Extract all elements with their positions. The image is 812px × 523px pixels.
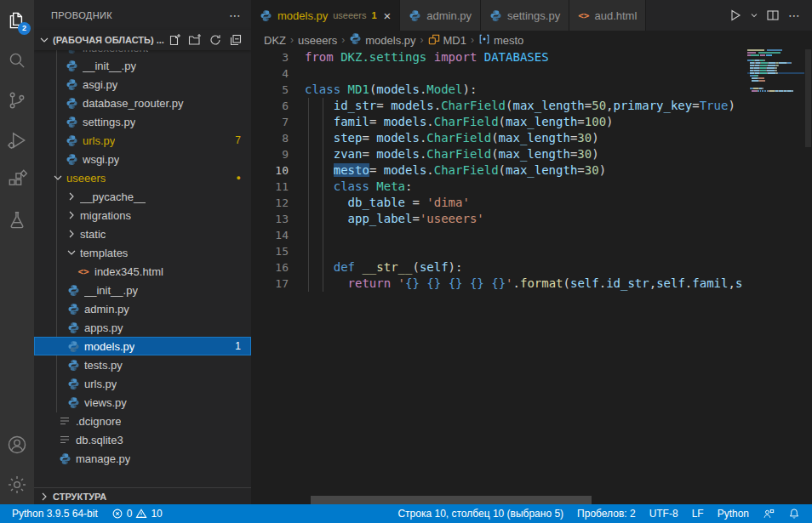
eol-status[interactable]: LF (685, 504, 711, 523)
activity-item-extensions[interactable] (0, 160, 34, 200)
code-line-5[interactable]: 5class MD1(models.Model): (251, 82, 747, 98)
tree-item-label: tests.py (84, 359, 123, 372)
tree-item-urls.py[interactable]: urls.py7 (34, 131, 251, 150)
tree-item-wsgi.py[interactable]: wsgi.py (34, 150, 251, 168)
code-line-17[interactable]: 17 return '{} {} {} {} {}'.format(self.i… (251, 276, 747, 292)
tree-item-useeers[interactable]: useeers● (34, 168, 251, 187)
code-line-12[interactable]: 12 db_table = 'dima' (251, 195, 747, 211)
tree-item-__pycache__[interactable]: __pycache__ (34, 187, 251, 206)
code-line-15[interactable]: 15 (251, 243, 747, 259)
language-mode-status[interactable]: Python (711, 504, 756, 523)
tree-item-label: __pycache__ (80, 190, 146, 203)
tree-item-tests.py[interactable]: tests.py (34, 355, 251, 374)
breadcrumb-item-DKZ[interactable]: DKZ (264, 34, 286, 47)
python-file-icon (409, 9, 421, 22)
breadcrumb-item-models.py[interactable]: models.py (349, 32, 415, 48)
breadcrumb-item-mesto[interactable]: mesto (478, 33, 523, 48)
refresh-icon[interactable] (209, 33, 222, 47)
feedback-button[interactable] (756, 504, 781, 523)
code-line-8[interactable]: 8 step= models.CharField(max_length=30) (251, 130, 747, 146)
code-line-16[interactable]: 16 def __str__(self): (251, 259, 747, 276)
outline-section-header[interactable]: СТРУКТУРА (34, 487, 251, 504)
workspace-section-header[interactable]: (РАБОЧАЯ ОБЛАСТЬ) ... (34, 30, 251, 50)
tree-item-templates[interactable]: templates (34, 243, 251, 262)
code-line-3[interactable]: 3from DKZ.settings import DATABASES (251, 49, 747, 65)
tree-item-settings.py[interactable]: settings.py (34, 112, 251, 131)
code-token: app_label (348, 212, 413, 225)
problems-badge: 7 (235, 134, 241, 146)
more-actions-button[interactable]: ⋯ (785, 7, 803, 24)
activity-item-testing[interactable] (0, 200, 34, 240)
code-line-9[interactable]: 9 zvan= models.CharField(max_length=30) (251, 146, 747, 162)
horizontal-scrollbar[interactable] (251, 496, 804, 504)
tree-item-.dcignore[interactable]: .dcignore (34, 412, 251, 430)
tree-item-models.py[interactable]: models.py1 (34, 337, 251, 355)
activity-item-account[interactable] (0, 424, 34, 464)
line-number: 17 (251, 276, 289, 292)
code-token: CharField (426, 131, 491, 145)
horizontal-scrollbar-thumb[interactable] (311, 496, 592, 504)
python-interpreter-status[interactable]: Python 3.9.5 64-bit (5, 504, 105, 523)
tree-item-database_roouter.py[interactable]: database_roouter.py (34, 94, 251, 112)
vertical-scrollbar-thumb[interactable] (805, 49, 811, 147)
minimap[interactable] (747, 49, 804, 504)
tab-models.py[interactable]: models.pyuseeers1× (251, 0, 400, 31)
split-editor-button[interactable] (764, 7, 781, 24)
activity-item-search[interactable] (0, 40, 34, 80)
code-editor[interactable]: 3from DKZ.settings import DATABASES45cla… (251, 49, 812, 504)
code-token: = (577, 163, 584, 177)
activity-item-run-debug[interactable] (0, 120, 34, 160)
tree-item-manage.py[interactable]: manage.py (34, 449, 251, 468)
run-button[interactable] (727, 7, 744, 24)
tree-item-migrations[interactable]: migrations (34, 206, 251, 225)
code-line-7[interactable]: 7 famil= models.CharField(max_length=100… (251, 114, 747, 130)
code-token: {} (449, 276, 463, 290)
sidebar-more-actions-icon[interactable]: ⋯ (229, 9, 241, 22)
code-line-14[interactable]: 14 (251, 227, 747, 243)
code-token: import (434, 50, 477, 64)
close-icon[interactable]: × (384, 9, 392, 22)
tree-item-__init__.py[interactable]: __init__.py (34, 281, 251, 299)
tree-item-urls.py[interactable]: urls.py (34, 374, 251, 393)
code-token (462, 276, 469, 290)
code-line-13[interactable]: 13 app_label='useeers' (251, 211, 747, 227)
activity-item-settings[interactable] (0, 464, 34, 504)
vertical-scrollbar[interactable] (804, 49, 812, 504)
breadcrumb-item-MD1[interactable]: MD1 (428, 33, 466, 48)
notifications-button[interactable] (781, 504, 807, 523)
tree-item-asgi.py[interactable]: asgi.py (34, 75, 251, 94)
line-number: 12 (251, 195, 289, 211)
activity-bar: 2 (0, 0, 34, 504)
tab-aud.html[interactable]: <>aud.html (569, 0, 646, 31)
code-area[interactable]: 3from DKZ.settings import DATABASES45cla… (251, 49, 747, 504)
encoding-status[interactable]: UTF-8 (643, 504, 685, 523)
cursor-position-status[interactable]: Строка 10, столбец 10 (выбрано 5) (391, 504, 570, 523)
code-line-10[interactable]: 10 mesto= models.CharField(max_length=30… (251, 162, 747, 179)
tree-item-apps.py[interactable]: apps.py (34, 318, 251, 337)
minimap-line (747, 82, 804, 84)
tree-item-indexelement[interactable]: indexelement (34, 50, 251, 56)
code-line-4[interactable]: 4 (251, 65, 747, 82)
tree-item-label: migrations (80, 209, 131, 222)
tree-item-db.sqlite3[interactable]: db.sqlite3 (34, 430, 251, 449)
tab-admin.py[interactable]: admin.py (400, 0, 481, 31)
code-token: 30 (585, 163, 599, 177)
code-line-6[interactable]: 6 id_str= models.CharField(max_length=50… (251, 98, 747, 114)
tab-settings.py[interactable]: settings.py (481, 0, 569, 31)
tree-item-__init__.py[interactable]: __init__.py (34, 56, 251, 75)
tree-item-views.py[interactable]: views.py (34, 393, 251, 412)
breadcrumb-item-useeers[interactable]: useeers (298, 34, 337, 47)
tab-label: settings.py (507, 9, 560, 22)
activity-item-source-control[interactable] (0, 80, 34, 120)
problems-status[interactable]: 0 10 (105, 504, 169, 523)
tree-item-static[interactable]: static (34, 225, 251, 243)
tree-item-index345.html[interactable]: <>index345.html (34, 262, 251, 281)
tree-item-admin.py[interactable]: admin.py (34, 299, 251, 318)
new-folder-icon[interactable] (188, 33, 202, 47)
new-file-icon[interactable] (168, 33, 181, 47)
indentation-status[interactable]: Пробелов: 2 (570, 504, 643, 523)
run-dropdown-button[interactable] (747, 9, 761, 22)
activity-item-explorer[interactable]: 2 (0, 0, 34, 40)
collapse-all-icon[interactable] (229, 33, 243, 47)
code-line-11[interactable]: 11 class Meta: (251, 179, 747, 195)
